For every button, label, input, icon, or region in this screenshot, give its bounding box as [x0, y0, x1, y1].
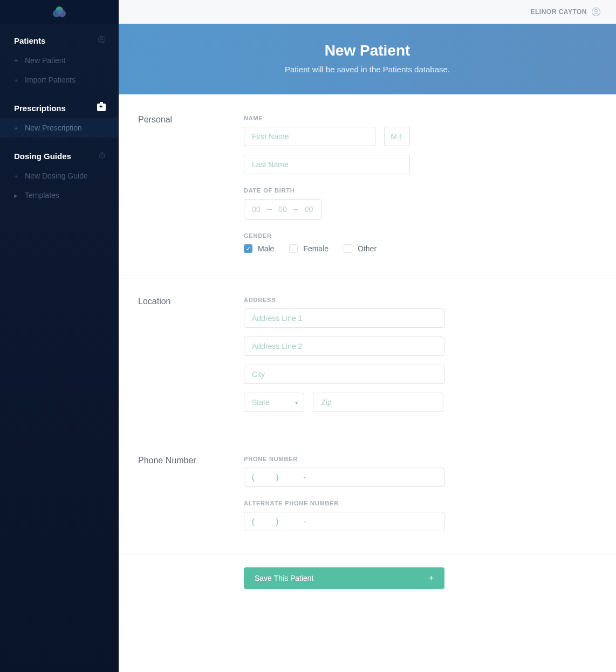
submit-row: Save This Patient + [119, 554, 616, 621]
sidebar-item-label: Templates [25, 191, 59, 200]
sidebar-item-label: New Dosing Guide [25, 172, 88, 180]
field-label-alt-phone: ALTERNATE PHONE NUMBER [244, 500, 597, 506]
svg-point-1 [101, 38, 103, 40]
phone-area-input[interactable] [255, 473, 276, 482]
sidebar-item-new-dosing-guide[interactable]: + New Dosing Guide [0, 166, 119, 186]
section-title: Location [138, 297, 244, 412]
button-label: Save This Patient [255, 574, 313, 582]
nav-heading-label: Patients [14, 36, 45, 45]
alt-phone-area-input[interactable] [255, 517, 276, 526]
dash-icon: – [293, 204, 298, 214]
last-name-input[interactable] [244, 155, 410, 174]
main: ELINOR CAYTON New Patient Patient will b… [119, 0, 616, 672]
checkbox-label: Other [358, 244, 377, 253]
field-label-dob: DATE OF BIRTH [244, 187, 597, 194]
checkbox-icon [344, 244, 352, 253]
plus-icon: + [14, 76, 22, 84]
alt-phone-line-input[interactable] [309, 517, 331, 526]
sidebar-item-new-prescription[interactable]: + New Prescription [0, 118, 119, 138]
sidebar-item-label: New Prescription [25, 124, 82, 132]
zip-input[interactable] [313, 393, 443, 412]
field-label-address: ADDRESS [244, 297, 597, 303]
page-subtitle: Patient will be saved in the Patients da… [129, 65, 605, 74]
form-content: Personal NAME DATE OF BIRTH [119, 94, 616, 672]
plus-icon: + [429, 573, 434, 583]
state-select[interactable] [244, 393, 304, 412]
checkbox-icon [289, 244, 298, 253]
sidebar-item-new-patient[interactable]: + New Patient [0, 51, 119, 70]
sidebar: Patients + New Patient + Import Patients… [0, 0, 119, 672]
nav-section-dosing-guides: Dosing Guides + New Dosing Guide ▸ Templ… [0, 140, 119, 207]
address-line-1-input[interactable] [244, 308, 444, 328]
alt-phone-prefix-input[interactable] [278, 517, 300, 526]
clock-icon [98, 152, 106, 161]
app-logo-icon [53, 6, 66, 17]
sidebar-item-templates[interactable]: ▸ Templates [0, 186, 119, 205]
gender-checkbox-male[interactable]: ✓ Male [244, 244, 274, 253]
dob-month-input[interactable] [250, 205, 263, 214]
field-label-gender: GENDER [244, 232, 597, 239]
nav-section-patients: Patients + New Patient + Import Patients [0, 24, 119, 92]
dob-input-group: – – [244, 199, 321, 220]
current-user-name: ELINOR CAYTON [530, 8, 587, 16]
sidebar-item-import-patients[interactable]: + Import Patients [0, 70, 119, 90]
section-title: Personal [138, 115, 244, 253]
field-label-name: NAME [244, 115, 597, 121]
sidebar-item-label: Import Patients [25, 76, 76, 84]
nav-heading-prescriptions[interactable]: Prescriptions [0, 97, 119, 118]
plus-icon: + [14, 172, 22, 180]
section-location: Location ADDRESS [119, 276, 616, 435]
section-personal: Personal NAME DATE OF BIRTH [119, 94, 616, 276]
middle-initial-input[interactable] [384, 127, 410, 146]
nav-heading-label: Prescriptions [14, 104, 66, 113]
checkbox-label: Male [258, 244, 274, 253]
gender-checkbox-female[interactable]: Female [289, 244, 328, 253]
nav-heading-dosing-guides[interactable]: Dosing Guides [0, 145, 119, 166]
sidebar-item-label: New Patient [25, 56, 65, 65]
alt-phone-input-group: ( ) - [244, 512, 444, 531]
user-circle-icon [98, 36, 106, 45]
phone-prefix-input[interactable] [278, 473, 300, 482]
nav-heading-label: Dosing Guides [14, 152, 71, 161]
dob-year-input[interactable] [303, 205, 316, 214]
plus-icon: + [14, 57, 22, 65]
chevron-right-icon: ▸ [14, 191, 22, 200]
page-hero: New Patient Patient will be saved in the… [119, 24, 616, 94]
plus-icon: + [14, 124, 22, 132]
topbar: ELINOR CAYTON [119, 0, 616, 24]
dash-icon: – [267, 204, 272, 214]
section-title: Phone Number [138, 456, 244, 531]
page-title: New Patient [129, 42, 605, 59]
first-name-input[interactable] [244, 127, 375, 146]
nav-heading-patients[interactable]: Patients [0, 29, 119, 51]
save-patient-button[interactable]: Save This Patient + [244, 567, 444, 589]
field-label-phone: PHONE NUMBER [244, 456, 597, 462]
dob-day-input[interactable] [276, 205, 289, 214]
checkbox-label: Female [303, 244, 328, 253]
dash-icon: - [303, 517, 306, 526]
phone-input-group: ( ) - [244, 468, 444, 487]
svg-point-4 [595, 9, 598, 12]
medkit-icon [97, 104, 106, 113]
gender-checkbox-other[interactable]: Other [344, 244, 377, 253]
section-phone: Phone Number PHONE NUMBER ( ) - ALTERNAT… [119, 435, 616, 554]
sidebar-logo [0, 0, 119, 24]
address-line-2-input[interactable] [244, 337, 444, 356]
phone-line-input[interactable] [309, 473, 331, 482]
dash-icon: - [303, 473, 306, 482]
checkbox-icon: ✓ [244, 244, 252, 253]
user-avatar-icon[interactable] [591, 7, 601, 17]
city-input[interactable] [244, 365, 444, 384]
nav-section-prescriptions: Prescriptions + New Prescription [0, 92, 119, 140]
